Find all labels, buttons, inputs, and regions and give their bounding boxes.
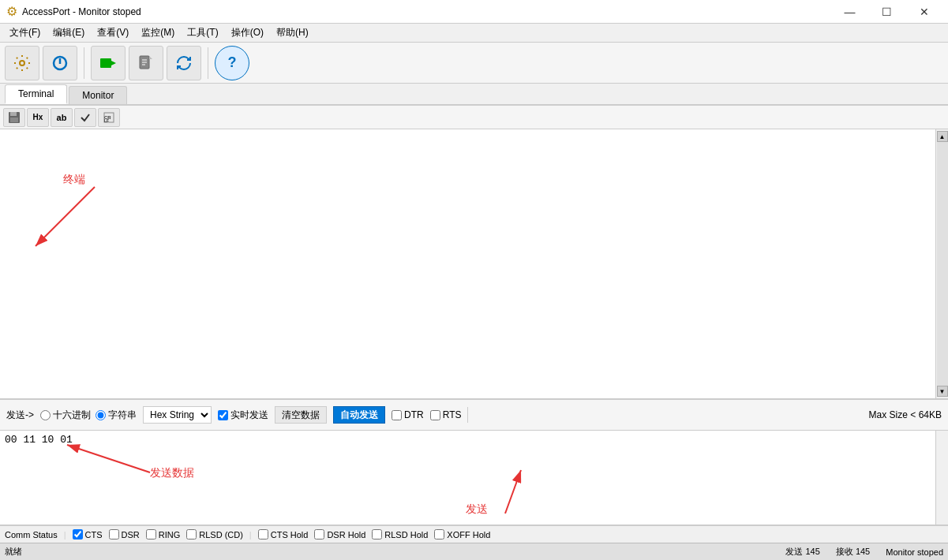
- recv-count: 接收 145: [836, 546, 870, 558]
- crlf-button[interactable]: CR LF: [98, 108, 120, 127]
- rlsd-item[interactable]: RLSD (CD): [186, 529, 243, 539]
- title-bar-left: ⚙ AccessPort - Monitor stoped: [6, 4, 141, 19]
- svg-marker-4: [111, 61, 116, 65]
- svg-marker-9: [149, 56, 152, 59]
- data-input-field[interactable]: 00 11 10 01: [0, 431, 935, 525]
- svg-rect-11: [10, 112, 17, 116]
- max-size-info: Max Size < 64KB: [869, 409, 942, 420]
- ab-button[interactable]: ab: [51, 108, 73, 127]
- dtr-text: DTR: [404, 409, 424, 420]
- rlsd-label: RLSD (CD): [199, 530, 243, 539]
- dtr-checkbox[interactable]: [392, 410, 402, 420]
- scroll-up-arrow[interactable]: ▲: [937, 131, 948, 142]
- checkmark-icon: [80, 112, 91, 123]
- menu-file[interactable]: 文件(F): [3, 24, 47, 41]
- terminal-display: ▲ ▼ 终端: [0, 129, 948, 399]
- toolbar: ?: [0, 43, 948, 84]
- hex-string-dropdown[interactable]: Hex String ASCII UTF-8: [143, 406, 212, 424]
- dtr-label[interactable]: DTR: [392, 409, 424, 420]
- rlsd-hold-label: RLSD Hold: [384, 530, 428, 539]
- gear-button[interactable]: [5, 46, 39, 80]
- refresh-button[interactable]: [167, 46, 201, 80]
- main-area: ▲ ▼ 终端 发送-> 十六进制 字符串: [0, 129, 948, 525]
- send-label: 发送->: [6, 409, 34, 422]
- cts-hold-checkbox[interactable]: [258, 529, 268, 539]
- scroll-track[interactable]: [937, 142, 948, 386]
- checkmark-button[interactable]: [74, 108, 96, 127]
- menu-view[interactable]: 查看(V): [91, 24, 135, 41]
- dsr-status-checkbox[interactable]: [109, 529, 119, 539]
- send-arrow-button[interactable]: [91, 46, 126, 80]
- title-text: AccessPort - Monitor stoped: [22, 6, 141, 17]
- refresh-icon: [174, 54, 193, 73]
- ring-label: RING: [159, 530, 181, 539]
- tab-terminal[interactable]: Terminal: [5, 84, 67, 104]
- scroll-down-arrow[interactable]: ▼: [937, 386, 948, 397]
- tab-monitor[interactable]: Monitor: [69, 86, 127, 104]
- xoff-hold-checkbox[interactable]: [434, 529, 444, 539]
- menu-monitor[interactable]: 监控(M): [135, 24, 181, 41]
- dsr-hold-checkbox[interactable]: [314, 529, 324, 539]
- dsr-label: DSR: [122, 530, 140, 539]
- arrow-right-icon: [99, 54, 118, 73]
- svg-rect-3: [100, 58, 111, 68]
- radio-hex-label[interactable]: 十六进制: [40, 409, 91, 422]
- ring-item[interactable]: RING: [146, 529, 181, 539]
- radio-hex[interactable]: [40, 410, 51, 420]
- realtime-send-checkbox[interactable]: [218, 410, 228, 420]
- power-icon: [51, 54, 69, 73]
- svg-rect-12: [10, 118, 18, 122]
- document-button[interactable]: [129, 46, 163, 80]
- realtime-send-label[interactable]: 实时发送: [218, 409, 268, 422]
- radio-string-text: 字符串: [108, 409, 137, 422]
- dsr-hold-item[interactable]: DSR Hold: [314, 529, 365, 539]
- close-button[interactable]: ✕: [906, 0, 942, 24]
- rlsd-hold-item[interactable]: RLSD Hold: [372, 529, 428, 539]
- ready-status: 就绪: [5, 546, 22, 558]
- monitor-status: Monitor stoped: [886, 547, 943, 557]
- menu-edit[interactable]: 编辑(E): [47, 24, 91, 41]
- hex-view-button[interactable]: Hx: [27, 108, 49, 127]
- title-controls: — ☐ ✕: [832, 0, 942, 24]
- help-button[interactable]: ?: [215, 46, 249, 80]
- restore-button[interactable]: ☐: [869, 0, 905, 24]
- bottom-bar: 就绪 发送 145 接收 145 Monitor stoped: [0, 543, 948, 560]
- data-input-area: 00 11 10 01 发送数据 发送: [0, 431, 948, 525]
- save-button[interactable]: [3, 108, 25, 127]
- rlsd-hold-checkbox[interactable]: [372, 529, 382, 539]
- xoff-hold-label: XOFF Hold: [447, 530, 490, 539]
- toolbar-separator-2: [208, 47, 208, 79]
- menu-help[interactable]: 帮助(H): [270, 24, 315, 41]
- radio-hex-text: 十六进制: [53, 409, 91, 422]
- ring-checkbox[interactable]: [146, 529, 156, 539]
- power-button[interactable]: [43, 46, 77, 80]
- rts-checkbox[interactable]: [430, 410, 440, 420]
- cts-label: CTS: [85, 530, 103, 539]
- dsr-hold-label: DSR Hold: [327, 530, 365, 539]
- radio-string[interactable]: [96, 410, 106, 420]
- menu-operate[interactable]: 操作(O): [225, 24, 270, 41]
- title-bar: ⚙ AccessPort - Monitor stoped — ☐ ✕: [0, 0, 948, 24]
- radio-string-label[interactable]: 字符串: [96, 409, 137, 422]
- tab-bar: Terminal Monitor: [0, 84, 948, 106]
- terminal-scrollbar: ▲ ▼: [935, 129, 948, 398]
- clear-data-button[interactable]: 清空数据: [275, 406, 327, 424]
- cts-checkbox[interactable]: [73, 529, 83, 539]
- menu-tools[interactable]: 工具(T): [181, 24, 224, 41]
- cts-item[interactable]: CTS: [73, 529, 103, 539]
- dsr-item[interactable]: DSR: [109, 529, 140, 539]
- menu-bar: 文件(F) 编辑(E) 查看(V) 监控(M) 工具(T) 操作(O) 帮助(H…: [0, 24, 948, 43]
- xoff-hold-item[interactable]: XOFF Hold: [434, 529, 490, 539]
- radio-group: 十六进制 字符串: [40, 409, 137, 422]
- minimize-button[interactable]: —: [832, 0, 867, 24]
- svg-text:LF: LF: [104, 118, 109, 123]
- rts-label[interactable]: RTS: [430, 409, 462, 420]
- send-count: 发送 145: [785, 546, 819, 558]
- cts-hold-item[interactable]: CTS Hold: [258, 529, 309, 539]
- auto-send-button[interactable]: 自动发送: [333, 406, 385, 424]
- rlsd-checkbox[interactable]: [186, 529, 197, 539]
- send-separator: [467, 407, 468, 423]
- terminal-content[interactable]: [0, 129, 935, 398]
- realtime-send-text: 实时发送: [230, 409, 268, 422]
- data-input-scrollbar: [935, 431, 948, 525]
